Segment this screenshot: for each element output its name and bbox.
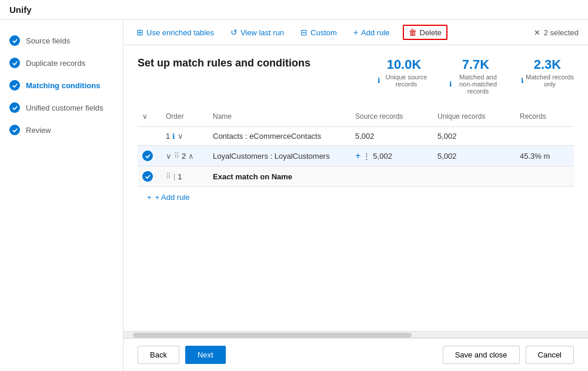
table-body: 1 ℹ ∨ Contacts : eCommerceContacts 5,002…: [138, 127, 574, 187]
trash-icon: 🗑: [409, 28, 417, 37]
delete-button[interactable]: 🗑 Delete: [403, 25, 448, 40]
stat-value: 10.0K: [377, 57, 430, 72]
row-records: 45.3% m: [515, 147, 574, 165]
row-order: 1 ℹ ∨: [161, 127, 208, 145]
col-unique-records: Unique records: [433, 110, 515, 123]
row-name: Contacts : eCommerceContacts: [208, 127, 350, 145]
row-source-records: 5,002: [350, 127, 433, 145]
row-order: ∨ ⠿ 2 ∧: [161, 147, 208, 165]
scrollbar-thumb[interactable]: [133, 333, 412, 337]
content-header: Set up match rules and conditions 10.0Kℹ…: [138, 57, 574, 95]
content-area: ⊞ Use enriched tables ↺ View last run ⊟ …: [123, 20, 588, 371]
main-content: Set up match rules and conditions 10.0Kℹ…: [123, 45, 588, 331]
table-header: ∨ Order Name Source records Unique recor…: [138, 106, 574, 127]
settings-icon: ⊟: [300, 28, 308, 37]
row-records: [515, 132, 574, 141]
sidebar: Source fieldsDuplicate recordsMatching c…: [0, 20, 123, 371]
row-source-records: [350, 172, 433, 181]
col-name: Name: [208, 110, 350, 123]
row-records: [515, 172, 574, 181]
sidebar-item-label: Duplicate records: [26, 59, 85, 68]
row-unique-records: 5,002: [433, 127, 515, 145]
top-bar: Unify: [0, 0, 588, 20]
view-last-run-button[interactable]: ↺ View last run: [227, 25, 288, 39]
app-title: Unify: [9, 5, 32, 15]
stat-value: 2.3K: [521, 57, 574, 72]
check-icon: [142, 151, 153, 161]
sidebar-item-review[interactable]: Review: [0, 119, 123, 141]
horizontal-scrollbar[interactable]: [123, 331, 588, 338]
row-checkbox[interactable]: [138, 146, 161, 166]
footer-right: Save and close Cancel: [443, 346, 574, 364]
plus-icon: +: [353, 28, 358, 37]
stat-item: 2.3Kℹ Matched records only: [521, 57, 574, 95]
add-rule-toolbar-button[interactable]: + Add rule: [350, 25, 393, 39]
plus-icon: +: [147, 193, 152, 202]
col-source-records: Source records: [350, 110, 433, 123]
stat-item: 7.7Kℹ Matched and non-matched records: [449, 57, 502, 95]
check-icon: [9, 35, 20, 46]
table-icon: ⊞: [136, 28, 143, 37]
row-checkbox[interactable]: [138, 166, 161, 186]
use-enriched-tables-button[interactable]: ⊞ Use enriched tables: [133, 25, 218, 39]
sidebar-item-label: Unified customer fields: [26, 103, 103, 112]
add-rule-button[interactable]: + + Add rule: [138, 187, 574, 208]
stat-item: 10.0Kℹ Unique source records: [377, 57, 430, 95]
col-records: Records: [515, 110, 574, 123]
page-title: Set up match rules and conditions: [138, 57, 310, 69]
row-source-records: + ⋮ 5,002: [350, 146, 433, 166]
sidebar-item-duplicate-records[interactable]: Duplicate records: [0, 52, 123, 74]
col-order: Order: [161, 110, 208, 123]
cancel-button[interactable]: Cancel: [526, 346, 574, 364]
check-icon: [9, 102, 20, 113]
stat-value: 7.7K: [449, 57, 502, 72]
row-name: LoyalCustomers : LoyalCustomers: [208, 147, 350, 165]
sidebar-item-unified-customer-fields[interactable]: Unified customer fields: [0, 96, 123, 119]
sidebar-item-label: Review: [26, 126, 51, 135]
stat-label: ℹ Unique source records: [377, 73, 430, 88]
sidebar-item-label: Source fields: [26, 36, 70, 45]
stat-label: ℹ Matched records only: [521, 73, 574, 88]
row-unique-records: 5,002: [433, 147, 515, 165]
selected-badge: ✕ 2 selected: [534, 28, 579, 37]
row-checkbox[interactable]: [138, 132, 161, 141]
clock-icon: ↺: [230, 28, 238, 37]
row-unique-records: [433, 172, 515, 181]
sidebar-item-source-fields[interactable]: Source fields: [0, 29, 123, 52]
close-icon[interactable]: ✕: [534, 28, 540, 37]
stats-area: 10.0Kℹ Unique source records7.7Kℹ Matche…: [377, 57, 574, 95]
stat-label: ℹ Matched and non-matched records: [449, 73, 502, 95]
check-icon: [9, 125, 20, 135]
table-row: ∨ ⠿ 2 ∧ LoyalCustomers : LoyalCustomers …: [138, 146, 574, 166]
table-row: 1 ℹ ∨ Contacts : eCommerceContacts 5,002…: [138, 127, 574, 146]
check-icon: [9, 58, 20, 68]
save-close-button[interactable]: Save and close: [443, 346, 520, 364]
next-button[interactable]: Next: [185, 346, 226, 364]
sidebar-item-matching-conditions[interactable]: Matching conditions: [0, 74, 123, 96]
chevron-down-icon: ∨: [142, 112, 148, 121]
row-order: ⠿ | 1: [161, 168, 208, 186]
sidebar-item-label: Matching conditions: [26, 81, 100, 90]
table-row: ⠿ | 1 Exact match on Name: [138, 166, 574, 187]
toolbar: ⊞ Use enriched tables ↺ View last run ⊟ …: [123, 20, 588, 45]
col-expand: ∨: [138, 110, 161, 123]
footer-bar: Back Next Save and close Cancel: [123, 338, 588, 371]
back-button[interactable]: Back: [138, 346, 179, 364]
custom-button[interactable]: ⊟ Custom: [297, 25, 340, 39]
row-name: Exact match on Name: [208, 168, 350, 186]
check-icon: [142, 171, 153, 182]
check-icon: [9, 80, 20, 91]
footer-left: Back Next: [138, 346, 226, 364]
